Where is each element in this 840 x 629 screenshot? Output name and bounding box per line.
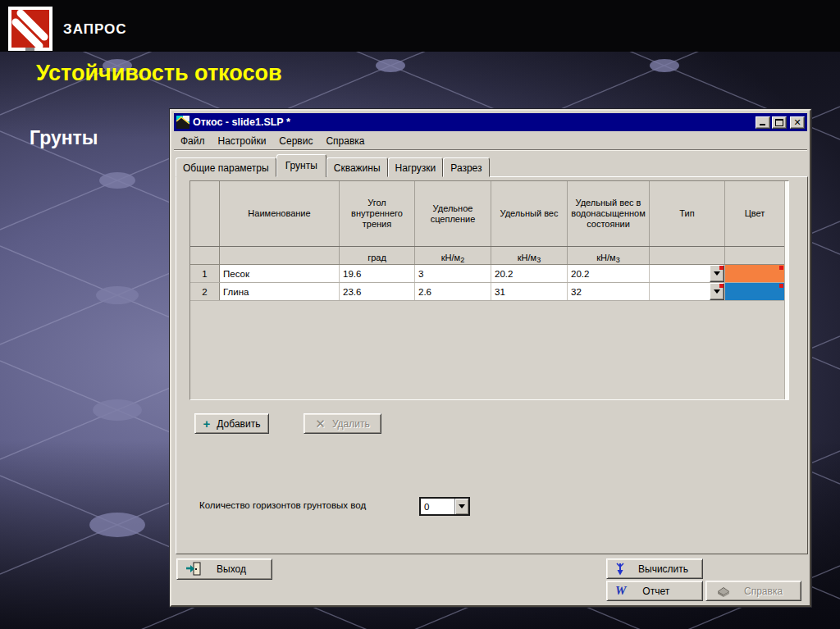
header-rownum [190,181,220,246]
header-name: Наименование [220,181,340,246]
unit-cohesion: кН/м2 [415,247,491,264]
presentation-slide: ЗАПРОС Устойчивость откосов Грунты Откос… [0,0,840,629]
help-book-icon [716,585,731,598]
unsaved-marker [779,284,783,288]
groundwater-horizons-label: Количество горизонтов грунтовых вод [199,500,366,510]
row-number: 1 [190,265,220,282]
cell-cohesion[interactable]: 3 [415,265,491,282]
header-type: Тип [650,181,725,246]
cell-type[interactable] [650,265,725,282]
menu-help[interactable]: Справка [319,134,371,148]
brand-name: ЗАПРОС [63,21,127,38]
app-window: Откос - slide1.SLP * ✕ Файл Настройки Се… [170,109,811,607]
header-unit-weight: Удельный вес [491,181,568,246]
add-row-button[interactable]: + Добавить [194,413,269,434]
cell-type[interactable] [650,283,725,300]
cell-cohesion[interactable]: 2.6 [415,283,491,300]
unsaved-marker [719,284,724,288]
color-swatch[interactable] [725,283,784,300]
soils-table: Наименование Угол внутреннего трения Уде… [189,180,789,400]
tab-soils[interactable]: Грунты [276,154,326,177]
slide-subtitle: Грунты [30,127,98,149]
groundwater-horizons-select[interactable]: 0 [419,497,470,516]
cell-name[interactable]: Глина [220,283,340,300]
table-row: 2 Глина 23.6 2.6 31 32 [190,283,785,301]
word-report-icon: W [615,584,626,598]
calculate-arrow-icon [615,562,625,577]
exit-door-icon [185,562,202,577]
cell-color[interactable] [725,283,785,300]
unsaved-marker [719,266,724,270]
table-row: 1 Песок 19.6 3 20.2 20.2 [190,265,785,283]
groundwater-horizons-value: 0 [421,502,454,512]
unsaved-marker [779,266,783,270]
cell-name[interactable]: Песок [220,265,340,282]
report-button[interactable]: W Отчет [606,581,703,601]
menu-service[interactable]: Сервис [272,134,319,148]
menu-file[interactable]: Файл [174,134,212,148]
header-saturated-weight: Удельный вес в водонасыщенном состоянии [568,181,650,246]
maximize-icon [775,119,783,126]
x-icon: ✕ [315,417,326,431]
menu-separator [174,149,807,151]
menu-settings[interactable]: Настройки [212,134,273,148]
delete-row-button[interactable]: ✕ Удалить [304,413,381,434]
header-friction-angle: Угол внутреннего трения [340,181,415,246]
close-button[interactable]: ✕ [790,116,805,129]
window-titlebar[interactable]: Откос - slide1.SLP * ✕ [174,113,807,131]
minimize-icon [760,124,765,125]
zapros-logo-icon [8,7,52,52]
table-units-row: град кН/м2 кН/м3 кН/м3 [190,247,785,265]
calculate-button[interactable]: Вычислить [606,558,703,579]
cell-weight[interactable]: 31 [491,283,568,300]
unit-angle: град [340,247,415,264]
combo-dropdown-button[interactable] [454,499,468,514]
table-scrollbar-track[interactable] [784,181,788,399]
chevron-down-icon [714,271,720,276]
tab-strip: Общие параметры Грунты Скважины Нагрузки… [176,157,490,177]
window-title: Откос - slide1.SLP * [193,116,756,128]
color-swatch[interactable] [725,265,784,282]
row-number: 2 [190,283,220,300]
chevron-down-icon [714,289,720,294]
cell-saturated[interactable]: 32 [568,283,650,300]
unit-weight: кН/м3 [491,247,568,264]
cell-saturated[interactable]: 20.2 [568,265,650,282]
minimize-button[interactable] [756,116,770,129]
cell-angle[interactable]: 23.6 [340,283,415,300]
exit-button[interactable]: Выход [176,558,272,580]
help-button[interactable]: Справка [705,581,801,601]
cell-color[interactable] [725,265,785,282]
slide-title: Устойчивость откосов [36,61,282,86]
plus-icon: + [203,419,211,429]
chevron-down-icon [459,504,465,508]
menu-bar: Файл Настройки Сервис Справка [174,133,807,149]
tab-general-params[interactable]: Общие параметры [176,157,276,177]
app-slope-icon [176,116,189,129]
tab-section[interactable]: Разрез [443,157,489,177]
maximize-button[interactable] [772,116,787,129]
unit-saturated: кН/м3 [568,247,650,264]
cell-angle[interactable]: 19.6 [340,265,415,282]
header-cohesion: Удельное сцепление [415,181,491,246]
cell-weight[interactable]: 20.2 [491,265,568,282]
tab-loads[interactable]: Нагрузки [388,157,444,177]
tab-boreholes[interactable]: Скважины [326,157,388,177]
header-color: Цвет [725,181,785,246]
table-header-row: Наименование Угол внутреннего трения Уде… [190,181,785,247]
soils-tab-panel: Наименование Угол внутреннего трения Уде… [176,176,808,554]
